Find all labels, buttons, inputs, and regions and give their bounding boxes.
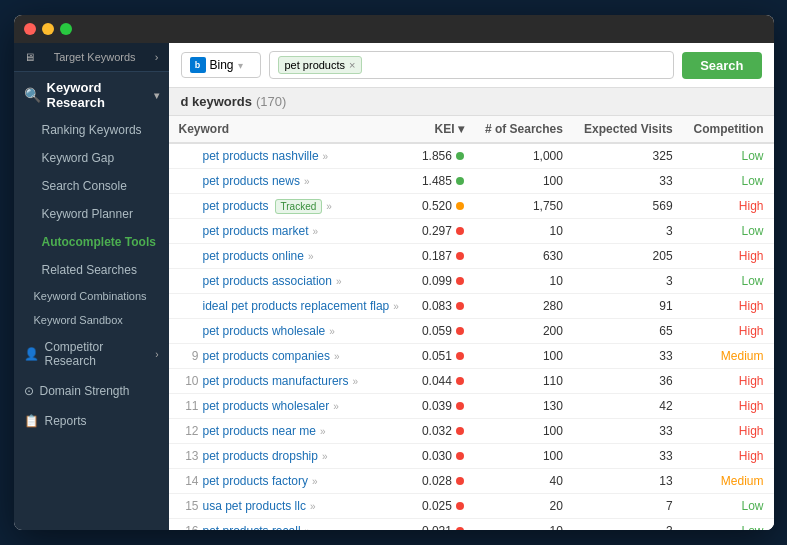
kei-dot-icon (456, 502, 464, 510)
searches-cell: 130 (474, 394, 573, 419)
keyword-link[interactable]: pet products (203, 199, 269, 213)
searches-cell: 1,750 (474, 194, 573, 219)
keyword-link[interactable]: pet products factory (203, 474, 308, 488)
table-row: 9pet products companies»0.05110033Medium (169, 344, 774, 369)
table-count: (170) (256, 94, 286, 109)
engine-selector[interactable]: b Bing ▾ (181, 52, 261, 78)
visits-cell: 36 (573, 369, 683, 394)
keyword-link[interactable]: pet products wholesale (203, 324, 326, 338)
visits-cell: 569 (573, 194, 683, 219)
kei-dot-icon (456, 202, 464, 210)
visits-cell: 65 (573, 319, 683, 344)
reports-icon: 📋 (24, 414, 39, 428)
keyword-sandbox-label: Keyword Sandbox (34, 314, 123, 326)
search-icon: 🔍 (24, 87, 41, 103)
kei-cell: 0.028 (411, 469, 474, 494)
keyword-link[interactable]: pet products nashville (203, 149, 319, 163)
sidebar-item-autocomplete-tools[interactable]: Autocomplete Tools (14, 228, 169, 256)
competitor-research-label: Competitor Research (45, 340, 150, 368)
sidebar-item-ranking-keywords[interactable]: Ranking Keywords (14, 116, 169, 144)
keyword-link[interactable]: pet products wholesaler (203, 399, 330, 413)
keyword-link[interactable]: pet products companies (203, 349, 330, 363)
competition-cell: High (683, 444, 774, 469)
arrow-icon: » (313, 226, 319, 237)
keyword-link[interactable]: usa pet products llc (203, 499, 306, 513)
keyword-link[interactable]: pet products news (203, 174, 300, 188)
kei-dot-icon (456, 352, 464, 360)
row-number: 16 (179, 524, 199, 530)
maximize-button[interactable] (60, 23, 72, 35)
related-searches-label: Related Searches (42, 263, 137, 277)
col-kei[interactable]: KEI ▾ (411, 116, 474, 143)
keyword-cell: pet products wholesale» (169, 319, 412, 344)
keyword-link[interactable]: pet products manufacturers (203, 374, 349, 388)
kei-cell: 0.039 (411, 394, 474, 419)
arrow-icon: » (305, 526, 311, 530)
competition-cell: Medium (683, 469, 774, 494)
competition-cell: Low (683, 269, 774, 294)
arrow-icon: » (336, 276, 342, 287)
keyword-cell: pet products news» (169, 169, 412, 194)
sidebar-item-keyword-gap[interactable]: Keyword Gap (14, 144, 169, 172)
arrow-icon: » (323, 151, 329, 162)
arrow-icon: » (333, 401, 339, 412)
sidebar-item-keyword-combinations[interactable]: Keyword Combinations (14, 284, 169, 308)
keyword-cell: 12pet products near me» (169, 419, 412, 444)
arrow-icon: » (320, 426, 326, 437)
reports-label: Reports (45, 414, 87, 428)
sidebar-item-search-console[interactable]: Search Console (14, 172, 169, 200)
sidebar-item-keyword-sandbox[interactable]: Keyword Sandbox (14, 308, 169, 332)
kei-cell: 1.856 (411, 143, 474, 169)
keyword-cell: pet products nashville» (169, 143, 412, 169)
searches-cell: 100 (474, 344, 573, 369)
sidebar-item-competitor-research[interactable]: 👤 Competitor Research › (14, 332, 169, 376)
sidebar-item-related-searches[interactable]: Related Searches (14, 256, 169, 284)
kei-dot-icon (456, 377, 464, 385)
sidebar-item-keyword-planner[interactable]: Keyword Planner (14, 200, 169, 228)
searches-cell: 100 (474, 419, 573, 444)
col-visits: Expected Visits (573, 116, 683, 143)
remove-tag-button[interactable]: × (349, 59, 355, 71)
search-button[interactable]: Search (682, 52, 761, 79)
keyword-combinations-label: Keyword Combinations (34, 290, 147, 302)
keyword-research-label: Keyword Research (47, 80, 154, 110)
keyword-link[interactable]: ideal pet products replacement flap (203, 299, 390, 313)
competition-cell: High (683, 419, 774, 444)
col-keyword: Keyword (169, 116, 412, 143)
sidebar-item-domain-strength[interactable]: ⊙ Domain Strength (14, 376, 169, 406)
search-input-wrap[interactable]: pet products × (269, 51, 675, 79)
visits-cell: 33 (573, 444, 683, 469)
keyword-link[interactable]: pet products market (203, 224, 309, 238)
keyword-research-section[interactable]: 🔍 Keyword Research ▾ (14, 72, 169, 116)
keyword-link[interactable]: pet products dropship (203, 449, 318, 463)
keyword-gap-label: Keyword Gap (42, 151, 115, 165)
keyword-cell: 15usa pet products llc» (169, 494, 412, 519)
app-body: 🖥 Target Keywords › 🔍 Keyword Research ▾… (14, 43, 774, 530)
arrow-icon: » (326, 201, 332, 212)
keyword-link[interactable]: pet products near me (203, 424, 316, 438)
keyword-link[interactable]: pet products recall (203, 524, 301, 530)
kei-cell: 0.187 (411, 244, 474, 269)
kei-cell: 0.025 (411, 494, 474, 519)
keyword-link[interactable]: pet products online (203, 249, 304, 263)
searches-cell: 200 (474, 319, 573, 344)
col-competition: Competition (683, 116, 774, 143)
sidebar-top-section[interactable]: 🖥 Target Keywords › (14, 43, 169, 72)
table-row: 10pet products manufacturers»0.04411036H… (169, 369, 774, 394)
table-row: 14pet products factory»0.0284013Medium (169, 469, 774, 494)
competition-cell: High (683, 394, 774, 419)
close-button[interactable] (24, 23, 36, 35)
table-row: pet products news»1.48510033Low (169, 169, 774, 194)
kei-dot-icon (456, 527, 464, 530)
kei-dot-icon (456, 477, 464, 485)
minimize-button[interactable] (42, 23, 54, 35)
competition-cell: Medium (683, 344, 774, 369)
table-wrap[interactable]: Keyword KEI ▾ # of Searches Expected Vis… (169, 116, 774, 530)
row-number: 11 (179, 399, 199, 413)
search-bar: b Bing ▾ pet products × Search (169, 43, 774, 88)
searches-cell: 100 (474, 444, 573, 469)
sidebar-item-reports[interactable]: 📋 Reports (14, 406, 169, 436)
searches-cell: 280 (474, 294, 573, 319)
keyword-link[interactable]: pet products association (203, 274, 332, 288)
monitor-icon: 🖥 (24, 51, 35, 63)
